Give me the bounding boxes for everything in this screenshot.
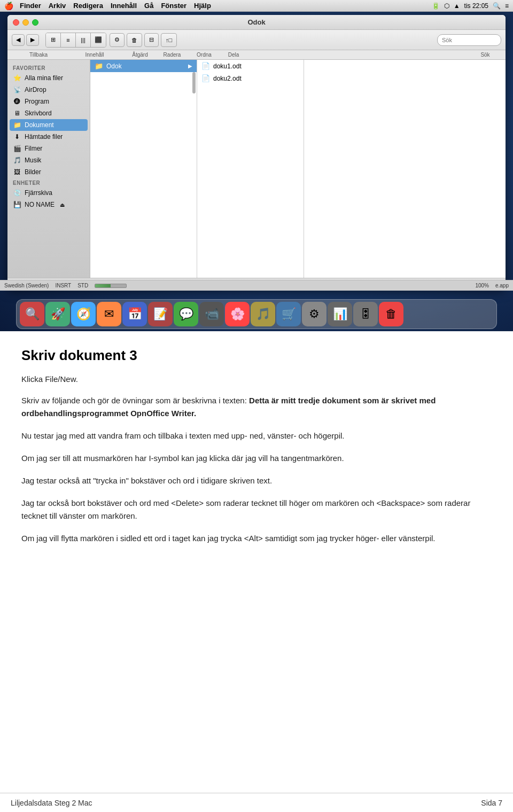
menu-redigera[interactable]: Redigera bbox=[73, 2, 103, 10]
dock-icon-facetime[interactable]: 📹 bbox=[199, 302, 224, 326]
close-button[interactable] bbox=[13, 19, 19, 26]
odok-label: Odok bbox=[106, 63, 122, 70]
menu-finder[interactable]: Finder bbox=[20, 2, 41, 10]
folder-icon: 📁 bbox=[95, 62, 103, 70]
skrivbord-label: Skrivbord bbox=[25, 110, 52, 117]
airdrop-label: AirDrop bbox=[25, 86, 46, 93]
insert-mode-status: INSRT bbox=[55, 283, 71, 288]
file-area: 📁 Odok ▶ 📄 doku1.odt 📄 bbox=[90, 60, 506, 278]
dock-icon-cal[interactable]: 📅 bbox=[122, 302, 147, 326]
sidebar-item-no-name[interactable]: 💾 NO NAME ⏏ bbox=[7, 199, 90, 210]
list-view-button[interactable]: ≡ bbox=[61, 33, 76, 47]
sidebar-item-fjärrskiva[interactable]: 💿 Fjärrskiva bbox=[7, 187, 90, 199]
airdrop-icon: 📡 bbox=[13, 85, 21, 94]
share-button[interactable]: ↑□ bbox=[161, 33, 177, 47]
sidebar-item-airdrop[interactable]: 📡 AirDrop bbox=[7, 84, 90, 96]
finder-main: FAVORITER ⭐ Alla mina filer 📡 AirDrop 🅐 … bbox=[7, 60, 506, 278]
dock-icon-messages[interactable]: 💬 bbox=[174, 302, 198, 326]
file-column-3 bbox=[304, 60, 506, 278]
ordna-label: Ordna bbox=[188, 52, 220, 58]
paragraph-6: Om jag vill flytta markören i sidled ett… bbox=[21, 532, 492, 545]
fjärrskiva-label: Fjärrskiva bbox=[25, 189, 52, 197]
dock-icon-itunes[interactable]: 🎵 bbox=[251, 302, 275, 326]
doku2-label: doku2.odt bbox=[213, 75, 242, 82]
footer-right: Sida 7 bbox=[481, 799, 502, 807]
title-bar: Odok bbox=[7, 15, 506, 30]
progress-area bbox=[95, 284, 127, 288]
sidebar: FAVORITER ⭐ Alla mina filer 📡 AirDrop 🅐 … bbox=[7, 60, 90, 278]
back-button[interactable]: ◀ bbox=[12, 34, 25, 46]
devices-label: ENHETER bbox=[7, 178, 90, 187]
paragraph-1: Skriv av följande och gör de övningar so… bbox=[21, 394, 492, 420]
dock-icon-notes[interactable]: 📝 bbox=[148, 302, 173, 326]
standard-status: STD bbox=[77, 283, 88, 288]
icon-view-button[interactable]: ⊞ bbox=[46, 33, 61, 47]
toolbar: ◀ ▶ ⊞ ≡ ||| ⬛ ⚙ 🗑 ⊟ ↑□ bbox=[7, 30, 506, 50]
dock-icon-other2[interactable]: 🎛 bbox=[353, 302, 378, 326]
dock-icon-mail[interactable]: ✉ bbox=[97, 302, 121, 326]
search-input[interactable] bbox=[437, 34, 501, 46]
sidebar-item-hamtade-filer[interactable]: ⬇ Hämtade filer bbox=[7, 131, 90, 143]
menu-arkiv[interactable]: Arkiv bbox=[49, 2, 66, 10]
sidebar-item-filmer[interactable]: 🎬 Filmer bbox=[7, 143, 90, 154]
instruction-line: Klicka File/New. bbox=[21, 373, 492, 386]
all-files-label: Alla mina filer bbox=[25, 74, 63, 82]
menu-fonster[interactable]: Fönster bbox=[161, 2, 186, 10]
sidebar-item-bilder[interactable]: 🖼 Bilder bbox=[7, 166, 90, 178]
progress-bar bbox=[95, 284, 127, 288]
apple-menu-icon[interactable]: 🍎 bbox=[4, 2, 13, 10]
paragraph-2: Nu testar jag med att vandra fram och ti… bbox=[21, 430, 492, 442]
doku1-label: doku1.odt bbox=[213, 63, 242, 70]
sidebar-item-program[interactable]: 🅐 Program bbox=[7, 96, 90, 107]
arrange-button[interactable]: ⊟ bbox=[144, 33, 159, 47]
dock-icon-finder[interactable]: 🔍 bbox=[20, 302, 44, 326]
sidebar-item-skrivbord[interactable]: 🖥 Skrivbord bbox=[7, 107, 90, 119]
page-footer: Liljedalsdata Steg 2 Mac Sida 7 bbox=[0, 793, 513, 812]
traffic-lights bbox=[13, 19, 38, 26]
dock-icon-launchpad[interactable]: 🚀 bbox=[45, 302, 70, 326]
program-label: Program bbox=[25, 98, 49, 105]
no-name-icon: 💾 bbox=[13, 200, 21, 209]
flow-view-button[interactable]: ⬛ bbox=[91, 33, 106, 47]
menu-icon[interactable]: ≡ bbox=[505, 2, 509, 10]
battery-icon: 🔋 bbox=[432, 2, 440, 10]
search-icon[interactable]: 🔍 bbox=[493, 2, 501, 10]
minimize-button[interactable] bbox=[22, 19, 29, 26]
dock-icon-photos[interactable]: 🌸 bbox=[225, 302, 250, 326]
menu-hjalp[interactable]: Hjälp bbox=[194, 2, 211, 10]
sidebar-item-dokument[interactable]: 📁 Dokument bbox=[10, 119, 88, 131]
menu-ga[interactable]: Gå bbox=[144, 2, 153, 10]
wifi-icon: ▲ bbox=[454, 2, 460, 10]
dock-icon-safari[interactable]: 🧭 bbox=[71, 302, 96, 326]
percent-status: 100% bbox=[475, 283, 489, 288]
innehall-label: Innehåll bbox=[65, 52, 124, 58]
dokument-label: Dokument bbox=[25, 121, 54, 129]
file-item-doku2[interactable]: 📄 doku2.odt bbox=[197, 72, 304, 84]
file-item-doku1[interactable]: 📄 doku1.odt bbox=[197, 60, 304, 72]
fjärrskiva-icon: 💿 bbox=[13, 189, 21, 197]
hamtade-filer-label: Hämtade filer bbox=[25, 133, 63, 140]
doc-title: Skriv dokument 3 bbox=[21, 347, 492, 364]
dock-icon-other1[interactable]: 📊 bbox=[328, 302, 352, 326]
delete-button[interactable]: 🗑 bbox=[127, 33, 142, 47]
maximize-button[interactable] bbox=[32, 19, 38, 26]
file-column-1: 📁 Odok ▶ bbox=[90, 60, 197, 278]
action-button[interactable]: ⚙ bbox=[110, 33, 125, 47]
sidebar-item-all-my-files[interactable]: ⭐ Alla mina filer bbox=[7, 72, 90, 84]
dock-icon-trash[interactable]: 🗑 bbox=[379, 302, 403, 326]
menubar-right: 🔋 ⬡ ▲ tis 22:05 🔍 ≡ bbox=[432, 2, 509, 10]
dock-icon-appstore[interactable]: 🛒 bbox=[276, 302, 301, 326]
forward-button[interactable]: ▶ bbox=[26, 34, 39, 46]
menu-innehall[interactable]: Innehåll bbox=[111, 2, 137, 10]
all-files-icon: ⭐ bbox=[13, 74, 21, 82]
file-column-2: 📄 doku1.odt 📄 doku2.odt bbox=[197, 60, 304, 278]
bilder-label: Bilder bbox=[25, 168, 41, 176]
file-item-odok[interactable]: 📁 Odok ▶ bbox=[90, 60, 197, 72]
filmer-icon: 🎬 bbox=[13, 144, 21, 153]
sidebar-item-musik[interactable]: 🎵 Musik bbox=[7, 154, 90, 166]
dela-label: Dela bbox=[220, 52, 247, 58]
app-status-bar: Swedish (Sweden) INSRT STD 100% e.app bbox=[0, 280, 513, 291]
dock-icon-sysprefs[interactable]: ⚙ bbox=[302, 302, 327, 326]
paragraph-3: Om jag ser till att musmarkören har I-sy… bbox=[21, 452, 492, 465]
column-view-button[interactable]: ||| bbox=[76, 33, 91, 47]
